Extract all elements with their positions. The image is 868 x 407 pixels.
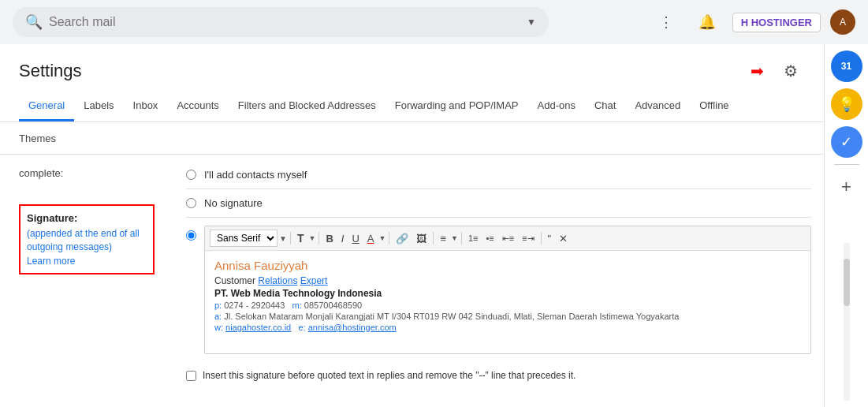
editor-body[interactable]: Annisa Fauziyyah Customer Relations Expe… <box>205 251 810 353</box>
tab-filters[interactable]: Filters and Blocked Addresses <box>229 91 386 121</box>
complete-label: complete: <box>19 167 155 179</box>
editor-toolbar: Sans Serif ▼ T ▼ B I U A ▼ <box>205 226 810 251</box>
indent-right-button[interactable]: ≡⇥ <box>519 232 537 245</box>
sig-email-link[interactable]: annisa@hostinger.com <box>308 323 397 332</box>
sig-phone-label: p: <box>214 301 222 310</box>
hostinger-button[interactable]: H HOSTINGER <box>732 13 821 32</box>
toolbar-sep-2 <box>319 232 319 245</box>
sig-expert-link[interactable]: Expert <box>300 275 328 286</box>
clear-format-button[interactable]: ✕ <box>556 231 571 246</box>
align-button[interactable]: ≡ <box>437 231 449 246</box>
signature-label-box: Signature: (appended at the end of all o… <box>19 204 155 274</box>
sig-address: a: Jl. Selokan Mataram Monjali Karangjat… <box>214 312 801 321</box>
tab-accounts[interactable]: Accounts <box>167 91 228 121</box>
tasks-icon[interactable]: ✓ <box>831 126 862 158</box>
bulb-symbol: 💡 <box>838 95 855 113</box>
font-color-chevron: ▼ <box>378 234 386 242</box>
themes-row: Themes <box>0 122 824 155</box>
hostinger-logo: H HOSTINGER <box>741 17 812 28</box>
red-arrow: ➡ <box>751 62 764 80</box>
tab-offline[interactable]: Offline <box>690 91 738 121</box>
chevron-down-icon: ▼ <box>279 234 287 243</box>
scroll-track <box>844 243 850 401</box>
font-color-button[interactable]: A <box>364 231 378 246</box>
toolbar-sep-6 <box>541 232 542 245</box>
sig-email-label: e: <box>298 323 305 332</box>
signature-description: (appended at the end of all outgoing mes… <box>27 227 147 254</box>
calendar-label: 31 <box>841 61 851 72</box>
link-button[interactable]: 🔗 <box>393 231 412 246</box>
radio-custom-signature[interactable] <box>186 230 196 241</box>
settings-content: complete: Signature: (appended at the en… <box>0 155 824 401</box>
search-dropdown-icon[interactable]: ▼ <box>527 17 536 28</box>
insert-sig-checkbox[interactable] <box>186 371 196 381</box>
radio-no-signature-label: No signature <box>204 197 263 209</box>
sig-company: PT. Web Media Technology Indonesia <box>214 288 801 299</box>
ordered-list-button[interactable]: 1≡ <box>465 232 482 245</box>
content-area: Settings ➡ ⚙ General Labels Inbox Accoun… <box>0 44 824 407</box>
sig-phone: 0274 - 2920443 <box>224 301 285 310</box>
main-container: Settings ➡ ⚙ General Labels Inbox Accoun… <box>0 44 868 407</box>
apps-button[interactable]: ⋮ <box>650 6 682 38</box>
radio-contacts-label: I'll add contacts myself <box>204 169 307 181</box>
search-icon: 🔍 <box>25 13 43 31</box>
sig-mobile: 085700468590 <box>304 301 362 310</box>
tab-inbox[interactable]: Inbox <box>124 91 168 121</box>
bullet-list-button[interactable]: •≡ <box>482 232 497 245</box>
top-bar-right: ⋮ 🔔 H HOSTINGER A <box>650 6 855 38</box>
avatar[interactable]: A <box>830 9 855 35</box>
themes-link[interactable]: Themes <box>19 133 56 144</box>
add-sidebar-button[interactable]: + <box>831 171 862 203</box>
gear-button[interactable]: ⚙ <box>777 57 805 85</box>
scroll-thumb[interactable] <box>844 259 850 306</box>
settings-label-col: complete: Signature: (appended at the en… <box>0 155 173 401</box>
toolbar-sep-3 <box>389 232 389 245</box>
tab-chat[interactable]: Chat <box>585 91 625 121</box>
bold-button[interactable]: B <box>322 231 336 246</box>
image-button[interactable]: 🖼 <box>413 231 430 246</box>
top-bar: 🔍 ▼ ⋮ 🔔 H HOSTINGER A <box>0 0 868 44</box>
sig-web: w: niagahoster.co.id e: annisa@hostinger… <box>214 323 801 332</box>
calendar-icon[interactable]: 31 <box>831 50 862 82</box>
tab-addons[interactable]: Add-ons <box>528 91 585 121</box>
tab-labels[interactable]: Labels <box>74 91 123 121</box>
radio-option-no-signature: No signature <box>186 189 811 218</box>
settings-header: Settings ➡ ⚙ <box>0 44 824 91</box>
sig-web-url[interactable]: niagahoster.co.id <box>225 323 291 332</box>
tab-advanced[interactable]: Advanced <box>625 91 690 121</box>
quote-button[interactable]: " <box>545 231 555 246</box>
search-input[interactable] <box>49 15 520 29</box>
font-size-button[interactable]: T <box>294 230 307 246</box>
notifications-button[interactable]: 🔔 <box>691 6 723 38</box>
insert-signature-row: Insert this signature before quoted text… <box>186 362 811 389</box>
page-title: Settings <box>19 61 82 81</box>
sig-web-label: w: <box>214 323 223 332</box>
tab-forwarding[interactable]: Forwarding and POP/IMAP <box>386 91 528 121</box>
search-bar: 🔍 ▼ <box>13 7 549 37</box>
insert-sig-text: Insert this signature before quoted text… <box>203 370 576 381</box>
apps-icon: ⋮ <box>659 13 673 31</box>
sig-name: Annisa Fauziyyah <box>214 259 801 272</box>
radio-contacts[interactable] <box>186 170 196 180</box>
tab-general[interactable]: General <box>19 91 74 121</box>
settings-gear-area: ➡ ⚙ <box>751 57 805 85</box>
signature-editor: Sans Serif ▼ T ▼ B I U A ▼ <box>204 226 811 354</box>
bell-icon: 🔔 <box>698 13 716 31</box>
toolbar-sep-5 <box>461 232 462 245</box>
sig-mobile-label: m: <box>292 301 302 310</box>
settings-right-col: I'll add contacts myself No signature Sa… <box>173 155 824 401</box>
radio-no-signature[interactable] <box>186 198 196 208</box>
sig-relations-link[interactable]: Relations <box>258 275 297 286</box>
toolbar-sep-1 <box>290 232 291 245</box>
signature-title: Signature: <box>27 212 147 224</box>
toolbar-sep-4 <box>433 232 434 245</box>
avatar-initial: A <box>840 17 846 28</box>
font-select[interactable]: Sans Serif <box>210 230 278 247</box>
learn-more-link[interactable]: Learn more <box>27 256 75 267</box>
sig-title: Customer Relations Expert <box>214 275 801 286</box>
bulb-icon[interactable]: 💡 <box>831 88 862 120</box>
underline-button[interactable]: U <box>348 231 362 246</box>
font-size-chevron: ▼ <box>308 234 315 242</box>
indent-left-button[interactable]: ⇤≡ <box>499 232 517 245</box>
italic-button[interactable]: I <box>338 231 348 246</box>
